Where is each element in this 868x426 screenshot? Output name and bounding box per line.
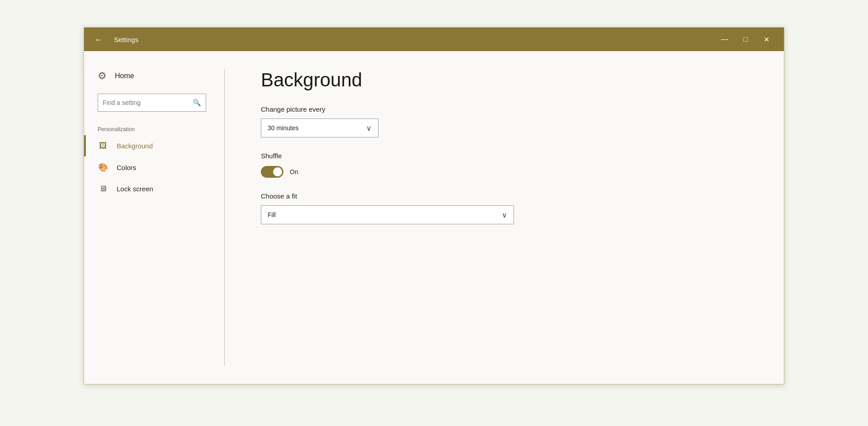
sidebar-colors-label: Colors xyxy=(117,164,136,171)
toggle-thumb xyxy=(273,167,282,176)
change-picture-value: 30 minutes xyxy=(268,124,298,132)
choose-fit-label: Choose a fit xyxy=(261,192,757,200)
chevron-down-icon-2: ∨ xyxy=(502,211,507,219)
change-picture-label: Change picture every xyxy=(261,105,757,113)
choose-fit-section: Choose a fit Fill ∨ xyxy=(261,192,757,224)
search-icon: 🔍 xyxy=(193,99,201,107)
minimize-button[interactable]: — xyxy=(714,28,735,51)
toggle-row: On xyxy=(261,166,757,178)
maximize-button[interactable]: □ xyxy=(735,28,756,51)
settings-window: ← Settings — □ ✕ ⚙ Home 🔍 Personalizatio… xyxy=(84,27,784,384)
search-input[interactable] xyxy=(103,99,193,106)
choose-fit-value: Fill xyxy=(268,211,276,218)
sidebar-lockscreen-label: Lock screen xyxy=(117,185,153,193)
sidebar: ⚙ Home 🔍 Personalization 🖼 Background 🎨 … xyxy=(84,51,224,384)
sidebar-item-colors[interactable]: 🎨 Colors xyxy=(84,156,224,178)
search-box-wrapper: 🔍 xyxy=(84,89,224,123)
search-box[interactable]: 🔍 xyxy=(98,94,206,112)
sidebar-section-label: Personalization xyxy=(84,123,224,135)
content-area: Background Change picture every 30 minut… xyxy=(225,51,784,384)
chevron-down-icon: ∨ xyxy=(366,124,372,133)
shuffle-toggle[interactable] xyxy=(261,166,283,178)
colors-icon: 🎨 xyxy=(98,162,108,172)
sidebar-background-label: Background xyxy=(117,142,153,150)
gear-icon: ⚙ xyxy=(98,70,107,82)
sidebar-item-background[interactable]: 🖼 Background xyxy=(84,135,224,156)
choose-fit-dropdown[interactable]: Fill ∨ xyxy=(261,205,514,224)
home-label: Home xyxy=(115,72,134,80)
background-icon: 🖼 xyxy=(98,141,108,151)
toggle-state-text: On xyxy=(290,168,298,175)
title-bar: ← Settings — □ ✕ xyxy=(84,28,784,51)
page-title: Background xyxy=(261,69,757,91)
sidebar-item-lockscreen[interactable]: 🖥 Lock screen xyxy=(84,178,224,199)
window-controls: — □ ✕ xyxy=(714,28,777,51)
shuffle-section: Shuffle On xyxy=(261,152,757,178)
lockscreen-icon: 🖥 xyxy=(98,184,108,194)
close-button[interactable]: ✕ xyxy=(756,28,777,51)
shuffle-label: Shuffle xyxy=(261,152,757,160)
change-picture-section: Change picture every 30 minutes ∨ xyxy=(261,105,757,137)
window-title: Settings xyxy=(114,36,714,43)
back-button[interactable]: ← xyxy=(91,33,106,46)
change-picture-dropdown[interactable]: 30 minutes ∨ xyxy=(261,118,378,137)
main-content: ⚙ Home 🔍 Personalization 🖼 Background 🎨 … xyxy=(84,51,784,384)
sidebar-item-home[interactable]: ⚙ Home xyxy=(84,65,224,89)
